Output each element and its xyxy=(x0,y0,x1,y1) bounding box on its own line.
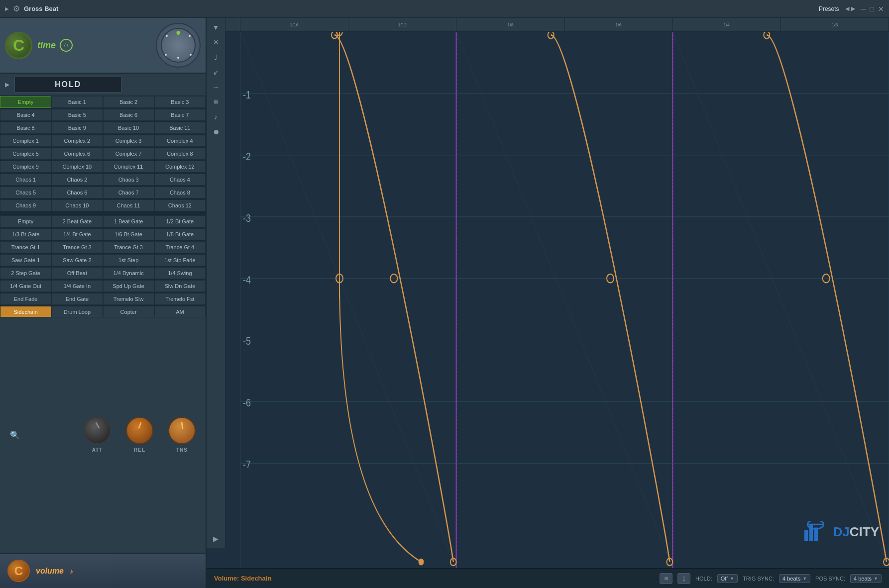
preset-sawgate1[interactable]: Saw Gate 1 xyxy=(0,254,51,266)
time-knob-display[interactable] xyxy=(156,23,201,68)
preset-complex7[interactable]: Complex 7 xyxy=(103,148,154,160)
toolbar-right-btn[interactable]: → xyxy=(209,80,223,94)
time-knob-inner xyxy=(161,28,196,63)
preset-basic9[interactable]: Basic 9 xyxy=(51,122,103,134)
preset-spdupgate[interactable]: Spd Up Gate xyxy=(103,280,154,292)
minimize-button[interactable]: ─ xyxy=(861,5,866,13)
preset-basic10[interactable]: Basic 10 xyxy=(103,122,154,134)
toolbar-play-btn[interactable]: ▶ xyxy=(209,532,223,546)
gear-icon[interactable]: ⚙ xyxy=(13,4,20,13)
toolbar-music-btn[interactable]: ♪ xyxy=(209,110,223,124)
preset-basic5[interactable]: Basic 5 xyxy=(51,109,103,121)
preset-trancegt1[interactable]: Trance Gt 1 xyxy=(0,241,51,253)
preset-trancegt3[interactable]: Trance Gt 3 xyxy=(103,241,154,253)
toolbar-snowflake-btn[interactable]: ❄ xyxy=(209,95,223,109)
preset-copter[interactable]: Copter xyxy=(103,306,154,317)
preset-chaos2[interactable]: Chaos 2 xyxy=(51,174,103,186)
preset-chaos10[interactable]: Chaos 10 xyxy=(51,199,103,211)
title-expand-arrow[interactable]: ▶ xyxy=(5,6,9,11)
close-button[interactable]: ✕ xyxy=(878,5,884,13)
preset-basic1[interactable]: Basic 1 xyxy=(51,96,103,108)
preset-14dynamic[interactable]: 1/4 Dynamic xyxy=(103,267,154,279)
preset-chaos5[interactable]: Chaos 5 xyxy=(0,187,51,198)
maximize-button[interactable]: □ xyxy=(870,5,874,13)
preset-trancegt4[interactable]: Trance Gt 4 xyxy=(154,241,206,253)
preset-chaos11[interactable]: Chaos 11 xyxy=(103,199,154,211)
preset-13btgate[interactable]: 1/3 Bt Gate xyxy=(0,228,51,240)
preset-empty2[interactable]: Empty xyxy=(0,215,51,227)
preset-chaos8[interactable]: Chaos 8 xyxy=(154,187,206,198)
preset-complex10[interactable]: Complex 10 xyxy=(51,161,103,173)
preset-endgate[interactable]: End Gate xyxy=(51,293,103,305)
preset-sidechain[interactable]: Sidechain xyxy=(0,306,51,317)
preset-chaos12[interactable]: Chaos 12 xyxy=(154,199,206,211)
preset-14swing[interactable]: 1/4 Swing xyxy=(154,267,206,279)
preset-complex5[interactable]: Complex 5 xyxy=(0,148,51,160)
preset-18btgate[interactable]: 1/8 Bt Gate xyxy=(154,228,206,240)
preset-complex8[interactable]: Complex 8 xyxy=(154,148,206,160)
preset-complex12[interactable]: Complex 12 xyxy=(154,161,206,173)
preset-complex9[interactable]: Complex 9 xyxy=(0,161,51,173)
toolbar-x-btn[interactable]: ✕ xyxy=(209,35,223,49)
rel-knob[interactable] xyxy=(126,417,153,444)
hold-button[interactable]: HOLD xyxy=(14,77,121,93)
preset-chaos1[interactable]: Chaos 1 xyxy=(0,174,51,186)
toolbar-down-btn[interactable]: ↙ xyxy=(209,65,223,79)
envelope-svg[interactable]: -1 -2 -3 -4 -5 -6 -7 xyxy=(240,32,889,568)
time-clock-icon[interactable]: ⏱ xyxy=(60,39,73,52)
toolbar-record-btn[interactable]: ⏺ xyxy=(209,125,223,139)
presets-prev-arrow[interactable]: ◀ xyxy=(845,5,849,12)
preset-basic6[interactable]: Basic 6 xyxy=(103,109,154,121)
tns-knob[interactable] xyxy=(168,417,196,444)
hold-expand-arrow[interactable]: ▶ xyxy=(5,81,9,88)
preset-14gatein[interactable]: 1/4 Gate In xyxy=(51,280,103,292)
waveform-btn[interactable]: ≋ xyxy=(660,573,672,584)
preset-chaos3[interactable]: Chaos 3 xyxy=(103,174,154,186)
toolbar-note-btn[interactable]: ♩ xyxy=(209,50,223,64)
toolbar-dropdown-btn[interactable]: ▼ xyxy=(209,20,223,34)
preset-complex3[interactable]: Complex 3 xyxy=(103,135,154,147)
preset-complex2[interactable]: Complex 2 xyxy=(51,135,103,147)
preset-basic11[interactable]: Basic 11 xyxy=(154,122,206,134)
loop-btn[interactable]: 1 xyxy=(677,573,690,584)
preset-halfbtgate[interactable]: 1/2 Bt Gate xyxy=(154,215,206,227)
preset-basic7[interactable]: Basic 7 xyxy=(154,109,206,121)
preset-chaos6[interactable]: Chaos 6 xyxy=(51,187,103,198)
preset-complex6[interactable]: Complex 6 xyxy=(51,148,103,160)
preset-14btgate[interactable]: 1/4 Bt Gate xyxy=(51,228,103,240)
att-knob[interactable] xyxy=(84,417,111,444)
preset-endfade[interactable]: End Fade xyxy=(0,293,51,305)
preset-1beatgate[interactable]: 1 Beat Gate xyxy=(103,215,154,227)
hold-dropdown[interactable]: Off ▼ xyxy=(717,574,738,583)
envelope-area[interactable]: ▼ ✕ ♩ ↙ → ❄ ♪ ⏺ ▶ 1/16 1/12 1/8 1/6 1/4 xyxy=(207,18,889,568)
preset-basic3[interactable]: Basic 3 xyxy=(154,96,206,108)
preset-trancegt2[interactable]: Trance Gt 2 xyxy=(51,241,103,253)
preset-complex11[interactable]: Complex 11 xyxy=(103,161,154,173)
preset-sawgate2[interactable]: Saw Gate 2 xyxy=(51,254,103,266)
search-icon[interactable]: 🔍 xyxy=(10,430,20,440)
preset-2beatgate[interactable]: 2 Beat Gate xyxy=(51,215,103,227)
preset-1ststep[interactable]: 1st Step xyxy=(103,254,154,266)
preset-offbeat[interactable]: Off Beat xyxy=(51,267,103,279)
presets-next-arrow[interactable]: ▶ xyxy=(851,5,855,12)
preset-tremelofst[interactable]: Tremelo Fst xyxy=(154,293,206,305)
preset-empty[interactable]: Empty xyxy=(0,96,51,108)
preset-chaos7[interactable]: Chaos 7 xyxy=(103,187,154,198)
preset-1ststpfade[interactable]: 1st Stp Fade xyxy=(154,254,206,266)
preset-basic8[interactable]: Basic 8 xyxy=(0,122,51,134)
pos-sync-dropdown[interactable]: 4 beats ▼ xyxy=(850,574,882,583)
preset-am[interactable]: AM xyxy=(154,306,206,317)
preset-basic4[interactable]: Basic 4 xyxy=(0,109,51,121)
preset-14gateout[interactable]: 1/4 Gate Out xyxy=(0,280,51,292)
preset-tremeloslw[interactable]: Tremelo Slw xyxy=(103,293,154,305)
preset-slwdngate[interactable]: Slw Dn Gate xyxy=(154,280,206,292)
preset-16btgate[interactable]: 1/6 Bt Gate xyxy=(103,228,154,240)
trig-sync-dropdown[interactable]: 4 beats ▼ xyxy=(779,574,810,583)
preset-2stepgate[interactable]: 2 Step Gate xyxy=(0,267,51,279)
preset-drumloop[interactable]: Drum Loop xyxy=(51,306,103,317)
preset-chaos9[interactable]: Chaos 9 xyxy=(0,199,51,211)
preset-complex1[interactable]: Complex 1 xyxy=(0,135,51,147)
preset-chaos4[interactable]: Chaos 4 xyxy=(154,174,206,186)
preset-basic2[interactable]: Basic 2 xyxy=(103,96,154,108)
preset-complex4[interactable]: Complex 4 xyxy=(154,135,206,147)
